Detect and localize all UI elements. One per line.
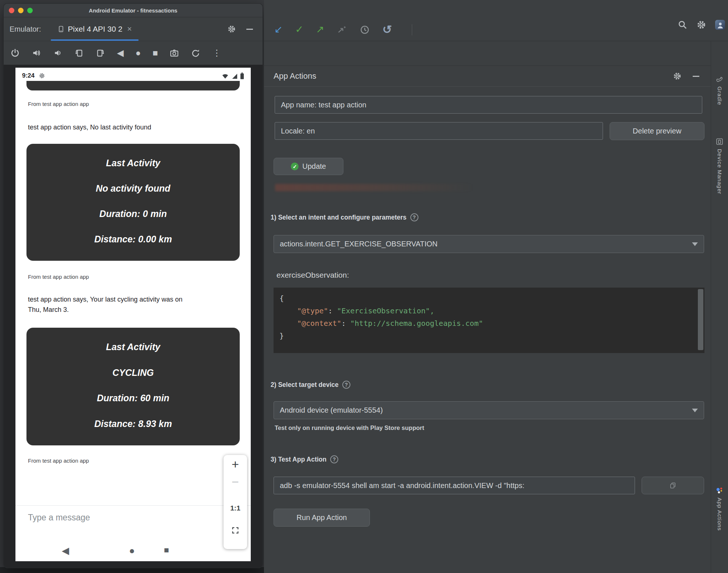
help-icon[interactable]: ? (330, 455, 338, 463)
emulator-window: Android Emulator - fitnessactions Emulat… (4, 4, 263, 568)
app-name-field[interactable]: App name: test app action (275, 96, 702, 114)
device-tab[interactable]: Pixel 4 API 30 2 × (51, 17, 139, 41)
sidebar-item-gradle[interactable]: Gradle (711, 75, 728, 105)
app-actions-panel-body: App name: test app action Locale: en Del… (264, 87, 711, 573)
window-title: Android Emulator - fitnessactions (4, 7, 263, 14)
mac-close-button[interactable] (9, 8, 14, 13)
android-back-button[interactable]: ◀ (62, 546, 69, 555)
volume-up-icon[interactable] (32, 48, 41, 58)
card-line: No activity found (30, 183, 236, 194)
sidebar-item-app-actions[interactable]: App Actions (711, 486, 728, 531)
sync-arrow-icon[interactable] (337, 25, 347, 35)
snapshot-icon[interactable] (191, 48, 200, 58)
card-title: Last Activity (30, 158, 236, 168)
sidebar-device-manager-label: Device Manager (717, 149, 723, 194)
screenshot-root: Android Emulator - fitnessactions Emulat… (0, 0, 728, 573)
status-time: 9:24 (22, 72, 35, 79)
ide-settings-gear-icon[interactable] (696, 20, 706, 30)
vcs-push-icon[interactable]: ↗ (316, 25, 324, 35)
mac-zoom-button[interactable] (27, 8, 33, 13)
panel-minimize-icon[interactable] (693, 76, 699, 77)
undo-icon[interactable]: ↺ (382, 24, 392, 35)
device-tab-label: Pixel 4 API 30 2 (68, 25, 122, 33)
overview-button-icon[interactable]: ■ (153, 49, 158, 57)
json-parameter-editor[interactable]: { "@type": "ExerciseObservation", "@cont… (274, 288, 704, 353)
card-title: Last Activity (30, 342, 236, 352)
editor-scrollbar[interactable] (698, 289, 703, 350)
section-device-label: 2) Select target device ? (271, 381, 350, 389)
user-avatar[interactable] (715, 20, 725, 30)
sidebar-app-actions-label: App Actions (717, 498, 723, 531)
section-intent-text: 1) Select an intent and configure parame… (271, 214, 407, 221)
delete-preview-button[interactable]: Delete preview (610, 122, 704, 140)
card-line: Distance: 8.93 km (30, 419, 236, 429)
help-icon[interactable]: ? (342, 381, 350, 389)
locale-field[interactable]: Locale: en (275, 122, 603, 140)
history-clock-icon[interactable] (360, 25, 370, 35)
update-button[interactable]: ✓ Update (274, 158, 343, 175)
more-options-icon[interactable]: ⋮ (212, 49, 221, 57)
home-button-icon[interactable]: ● (135, 49, 141, 57)
camera-icon[interactable] (169, 48, 179, 58)
card-line: CYCLING (30, 367, 236, 378)
intent-dropdown[interactable]: actions.intent.GET_EXERCISE_OBSERVATION (274, 235, 704, 253)
update-button-label: Update (302, 162, 326, 171)
toolbar-separator (412, 24, 412, 35)
phone-screen: 9:24 From test app action app test app a… (15, 68, 251, 561)
signal-icon (231, 73, 238, 79)
zoom-in-button[interactable]: + (232, 458, 239, 470)
previous-card-remnant (26, 81, 240, 90)
power-icon[interactable] (10, 48, 20, 58)
mac-minimize-button[interactable] (18, 8, 24, 13)
vcs-update-icon[interactable]: ↙ (274, 25, 283, 35)
back-button-icon[interactable]: ◀ (117, 49, 124, 57)
message-input-placeholder[interactable]: Type a message (28, 513, 90, 523)
target-device-dropdown[interactable]: Android device (emulator-5554) (274, 401, 704, 419)
phone-display-area: 9:24 From test app action app test app a… (4, 65, 263, 568)
emulator-controls-toolbar: ◀ ● ■ ⋮ (4, 41, 263, 65)
code-line: { (279, 292, 704, 305)
device-hint-text: Test only on running device with Play St… (275, 424, 424, 431)
adb-command-field[interactable]: adb -s emulator-5554 shell am start -a a… (274, 477, 635, 494)
sidebar-gradle-label: Gradle (717, 86, 723, 105)
tab-close-icon[interactable]: × (127, 24, 132, 34)
search-icon[interactable] (678, 20, 688, 30)
target-device-value: Android device (emulator-5554) (280, 406, 383, 414)
zoom-out-button[interactable]: − (232, 476, 239, 488)
emulator-zoom-controls: + − 1:1 (224, 455, 247, 549)
emulator-header: Emulator: Pixel 4 API 30 2 × (4, 17, 263, 41)
message-sender-label: From test app action app (28, 101, 89, 107)
emulator-titlebar: Android Emulator - fitnessactions (4, 4, 263, 17)
code-line: } (279, 330, 704, 342)
fit-to-window-icon[interactable] (231, 526, 239, 534)
chat-message: test app action says, No last activity f… (28, 122, 151, 132)
panel-minimize-icon[interactable] (246, 29, 253, 30)
sidebar-item-device-manager[interactable]: Device Manager (711, 138, 728, 194)
chevron-down-icon (692, 409, 698, 412)
last-activity-card: Last Activity CYCLING Duration: 60 min D… (26, 328, 240, 445)
volume-down-icon[interactable] (53, 48, 63, 58)
app-actions-panel-header: App Actions (264, 65, 711, 87)
panel-settings-gear-icon[interactable] (673, 72, 682, 81)
rotate-right-icon[interactable] (96, 48, 105, 58)
parameter-name-label: exerciseObservation: (276, 271, 349, 280)
run-app-action-button[interactable]: Run App Action (274, 509, 370, 527)
card-line: Duration: 60 min (30, 393, 236, 403)
device-manager-icon (715, 138, 724, 146)
avatar-silhouette-icon (716, 21, 724, 29)
card-line: Duration: 0 min (30, 209, 236, 219)
code-line: "@type": "ExerciseObservation", (279, 305, 704, 317)
emulator-settings-gear-icon[interactable] (227, 25, 236, 33)
vcs-commit-icon[interactable]: ✓ (295, 25, 304, 35)
copy-command-button[interactable] (642, 477, 704, 494)
android-overview-button[interactable]: ■ (164, 546, 169, 554)
section-test-text: 3) Test App Action (271, 456, 326, 463)
card-line: Distance: 0.00 km (30, 234, 236, 245)
rotate-left-icon[interactable] (74, 48, 84, 58)
help-icon[interactable]: ? (410, 213, 418, 221)
chat-message: test app action says, Your last cycling … (28, 294, 186, 315)
composer-divider (15, 505, 251, 506)
android-home-button[interactable]: ● (129, 546, 135, 555)
android-studio-window: ↙ ✓ ↗ ↺ App Actions App na (264, 0, 728, 573)
zoom-reset-button[interactable]: 1:1 (230, 504, 240, 512)
